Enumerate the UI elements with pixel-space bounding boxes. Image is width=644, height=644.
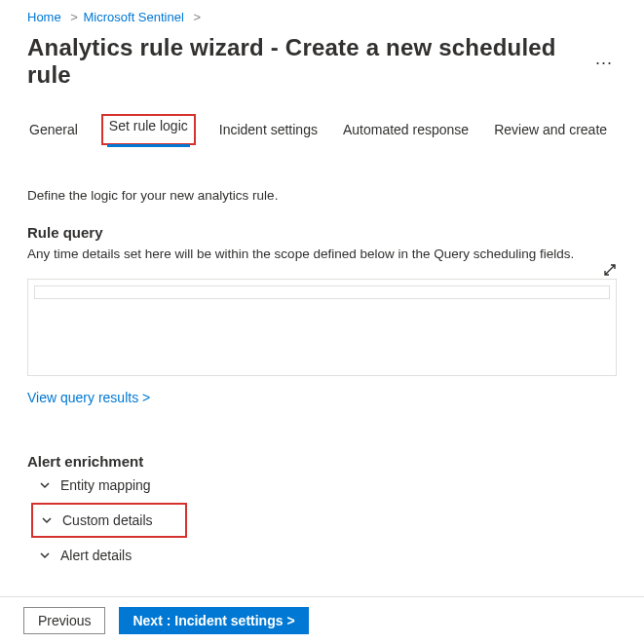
tab-automated-response[interactable]: Automated response bbox=[341, 116, 471, 145]
breadcrumb: Home > Microsoft Sentinel > bbox=[27, 8, 617, 30]
page-title: Analytics rule wizard - Create a new sch… bbox=[27, 34, 595, 89]
enrich-entity-mapping[interactable]: Entity mapping bbox=[31, 470, 617, 501]
chevron-right-icon: > bbox=[70, 10, 78, 24]
query-editor[interactable] bbox=[27, 279, 617, 376]
tabs: General Set rule logic Incident settings… bbox=[27, 116, 617, 145]
chevron-down-icon bbox=[39, 479, 51, 491]
chevron-down-icon bbox=[41, 514, 53, 526]
wizard-footer: Previous Next : Incident settings > bbox=[0, 596, 644, 644]
tab-set-rule-logic[interactable]: Set rule logic bbox=[101, 114, 196, 145]
breadcrumb-home[interactable]: Home bbox=[27, 10, 61, 24]
chevron-right-icon: > bbox=[193, 10, 201, 24]
enrich-label: Alert details bbox=[60, 548, 132, 563]
rule-query-heading: Rule query bbox=[27, 224, 617, 241]
intro-text: Define the logic for your new analytics … bbox=[27, 188, 617, 203]
alert-enrichment-heading: Alert enrichment bbox=[27, 453, 617, 470]
expand-icon[interactable] bbox=[603, 263, 617, 277]
enrich-alert-details[interactable]: Alert details bbox=[31, 540, 617, 571]
breadcrumb-sentinel[interactable]: Microsoft Sentinel bbox=[84, 10, 184, 24]
query-input-line[interactable] bbox=[34, 285, 610, 299]
enrich-label: Custom details bbox=[62, 512, 153, 528]
view-query-results-link[interactable]: View query results > bbox=[27, 390, 150, 405]
rule-query-desc: Any time details set here will be within… bbox=[27, 246, 617, 261]
tab-review-create[interactable]: Review and create bbox=[492, 116, 609, 145]
enrich-custom-details[interactable]: Custom details bbox=[31, 503, 187, 538]
chevron-down-icon bbox=[39, 549, 51, 561]
tab-incident-settings[interactable]: Incident settings bbox=[217, 116, 320, 145]
next-button[interactable]: Next : Incident settings > bbox=[119, 607, 308, 634]
more-icon[interactable]: ··· bbox=[595, 53, 617, 73]
tab-general[interactable]: General bbox=[27, 116, 80, 145]
enrich-label: Entity mapping bbox=[60, 477, 151, 493]
previous-button[interactable]: Previous bbox=[23, 607, 105, 634]
